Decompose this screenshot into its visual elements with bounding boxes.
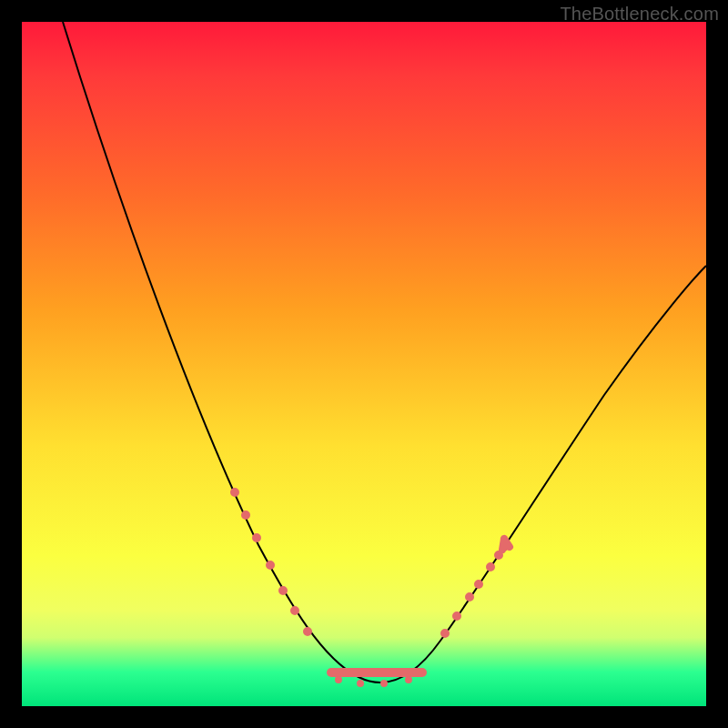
chart-svg	[22, 22, 706, 706]
highlight-points-left	[235, 492, 308, 632]
bottleneck-curve-line	[63, 22, 706, 682]
gradient-plot-area	[22, 22, 706, 706]
highlight-arrow-tick	[502, 539, 510, 550]
highlight-points-right	[445, 547, 504, 633]
watermark-text: TheBottleneck.com	[560, 4, 719, 25]
highlight-points-bottom-dots	[339, 680, 409, 683]
